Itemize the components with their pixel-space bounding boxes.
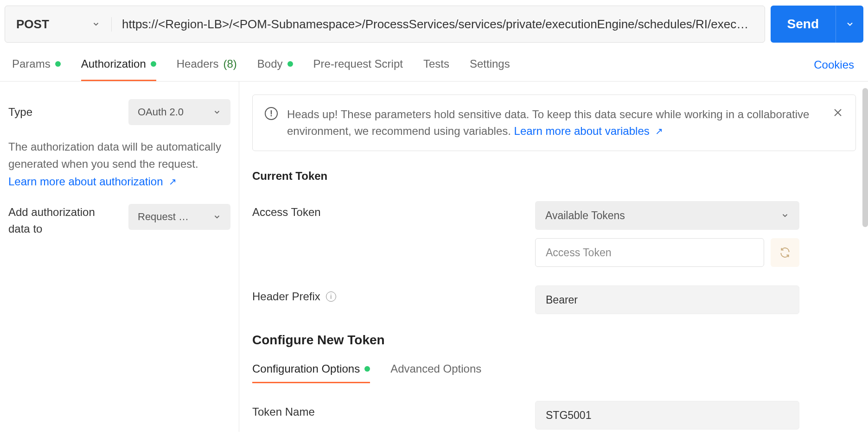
warning-icon: ! <box>265 107 278 120</box>
chevron-down-icon <box>845 19 855 29</box>
token-name-input[interactable] <box>546 409 789 422</box>
status-dot-icon <box>151 61 156 67</box>
token-name-field-wrapper <box>535 401 799 430</box>
http-method-value: POST <box>16 17 49 32</box>
header-prefix-input[interactable] <box>546 294 789 306</box>
tab-authorization[interactable]: Authorization <box>81 48 156 81</box>
token-name-label: Token Name <box>252 401 535 418</box>
tab-params[interactable]: Params <box>12 48 61 81</box>
access-token-input[interactable] <box>546 247 753 259</box>
request-tabs: Params Authorization Headers (8) Body Pr… <box>0 48 868 82</box>
chevron-down-icon <box>213 108 221 116</box>
subtab-label: Configuration Options <box>252 362 360 375</box>
tab-label: Settings <box>470 57 510 70</box>
learn-variables-link[interactable]: Learn more about variables <box>514 123 663 139</box>
tabs-list: Params Authorization Headers (8) Body Pr… <box>12 48 510 81</box>
available-tokens-select[interactable]: Available Tokens <box>535 201 799 230</box>
cookies-link[interactable]: Cookies <box>812 49 856 81</box>
info-icon[interactable]: i <box>326 291 336 302</box>
alert-text: Heads up! These parameters hold sensitiv… <box>287 106 823 139</box>
tab-tests[interactable]: Tests <box>423 48 449 81</box>
access-token-label: Access Token <box>252 201 535 219</box>
tab-body[interactable]: Body <box>257 48 293 81</box>
method-url-group: POST <box>5 6 765 43</box>
subtab-advanced-options[interactable]: Advanced Options <box>390 356 481 383</box>
tab-label: Body <box>257 57 283 70</box>
available-tokens-value: Available Tokens <box>545 209 625 222</box>
header-prefix-field-wrapper <box>535 285 799 314</box>
content-area: Type OAuth 2.0 The authorization data wi… <box>0 82 868 432</box>
configure-token-heading: Configure New Token <box>252 333 856 348</box>
send-options-button[interactable] <box>836 6 863 43</box>
access-token-row: Access Token Available Tokens <box>252 201 856 267</box>
access-token-field-wrapper <box>535 238 764 267</box>
tab-label: Pre-request Script <box>313 57 403 70</box>
subtab-label: Advanced Options <box>390 362 481 375</box>
chevron-down-icon <box>213 213 221 221</box>
tab-label: Tests <box>423 57 449 70</box>
send-button-group: Send <box>771 6 863 43</box>
status-dot-icon <box>55 61 61 67</box>
add-auth-to-select[interactable]: Request … <box>128 204 230 230</box>
sensitive-data-alert: ! Heads up! These parameters hold sensit… <box>252 95 856 151</box>
send-button[interactable]: Send <box>771 6 836 43</box>
header-prefix-row: Header Prefix i <box>252 285 856 314</box>
tab-label: Authorization <box>81 57 146 70</box>
tab-label: Headers <box>177 57 219 70</box>
tab-headers[interactable]: Headers (8) <box>177 48 237 81</box>
request-bar: POST Send <box>0 0 868 48</box>
refresh-token-button[interactable] <box>771 238 799 267</box>
vertical-scrollbar[interactable] <box>862 88 868 227</box>
url-input[interactable] <box>112 6 765 42</box>
auth-help-text: The authorization data will be automatic… <box>8 138 230 172</box>
token-name-row: Token Name <box>252 401 856 430</box>
auth-type-select[interactable]: OAuth 2.0 <box>128 99 230 125</box>
status-dot-icon <box>364 366 370 372</box>
tab-count: (8) <box>223 57 237 70</box>
chevron-down-icon <box>781 211 789 220</box>
tab-prerequest[interactable]: Pre-request Script <box>313 48 403 81</box>
auth-type-value: OAuth 2.0 <box>138 106 184 118</box>
add-auth-to-value: Request … <box>138 211 189 223</box>
learn-authorization-link[interactable]: Learn more about authorization <box>8 175 177 188</box>
auth-type-label: Type <box>8 106 32 119</box>
auth-main: ! Heads up! These parameters hold sensit… <box>239 82 868 432</box>
chevron-down-icon <box>92 20 100 28</box>
status-dot-icon <box>287 61 293 67</box>
auth-sidebar: Type OAuth 2.0 The authorization data wi… <box>0 82 239 432</box>
add-auth-to-label: Add authorization data to <box>8 204 115 237</box>
current-token-heading: Current Token <box>252 170 856 183</box>
subtab-configuration-options[interactable]: Configuration Options <box>252 356 370 383</box>
tab-settings[interactable]: Settings <box>470 48 510 81</box>
tab-label: Params <box>12 57 51 70</box>
close-icon[interactable] <box>832 107 843 121</box>
header-prefix-label: Header Prefix <box>252 290 320 303</box>
configure-subtabs: Configuration Options Advanced Options <box>252 356 856 383</box>
http-method-select[interactable]: POST <box>5 17 112 32</box>
